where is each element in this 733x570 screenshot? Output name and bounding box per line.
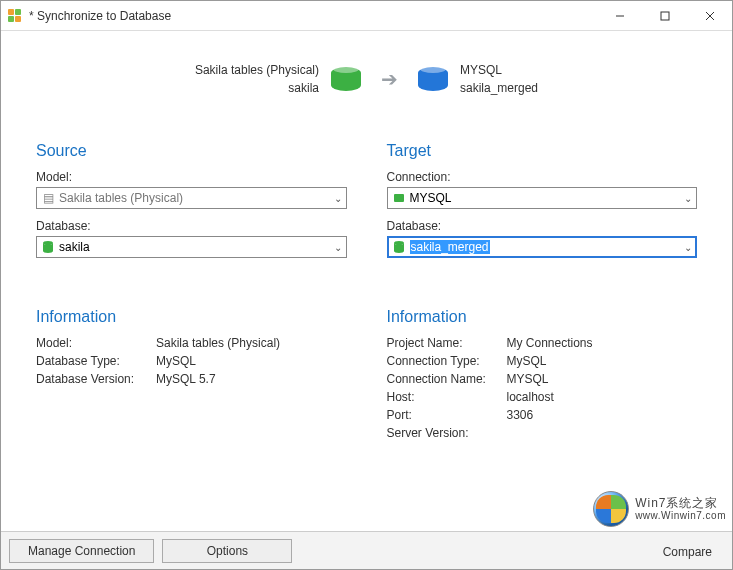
target-title: Target: [387, 142, 698, 160]
info-key: Database Version:: [36, 372, 156, 386]
manage-connection-button[interactable]: Manage Connection: [9, 539, 154, 563]
database-icon: [392, 240, 406, 254]
source-pane: Source Model: ▤ Sakila tables (Physical)…: [36, 142, 347, 440]
info-val: MySQL: [156, 354, 347, 368]
info-key: Connection Name:: [387, 372, 507, 386]
chevron-down-icon: ⌄: [684, 242, 692, 253]
diagram-source-name: Sakila tables (Physical): [195, 61, 319, 79]
connection-icon: [392, 191, 406, 205]
connection-select[interactable]: MYSQL ⌄: [387, 187, 698, 209]
watermark: Win7系统之家 www.Winwin7.com: [593, 491, 726, 527]
target-database-label: Database:: [387, 219, 698, 233]
window-title: * Synchronize to Database: [29, 9, 171, 23]
model-select[interactable]: ▤ Sakila tables (Physical) ⌄: [36, 187, 347, 209]
info-val: [507, 426, 698, 440]
model-label: Model:: [36, 170, 347, 184]
footer: Manage Connection Options Compare: [1, 531, 732, 569]
arrow-right-icon: ➔: [381, 67, 398, 91]
info-val: Sakila tables (Physical): [156, 336, 347, 350]
options-button[interactable]: Options: [162, 539, 292, 563]
database-icon: [41, 240, 55, 254]
compare-button[interactable]: Compare: [663, 545, 712, 559]
info-key: Model:: [36, 336, 156, 350]
source-database-select[interactable]: sakila ⌄: [36, 236, 347, 258]
info-key: Host:: [387, 390, 507, 404]
source-info-title: Information: [36, 308, 347, 326]
info-val: MySQL 5.7: [156, 372, 347, 386]
diagram-target-db: sakila_merged: [460, 79, 538, 97]
info-val: 3306: [507, 408, 698, 422]
info-key: Project Name:: [387, 336, 507, 350]
chevron-down-icon: ⌄: [684, 193, 692, 204]
close-button[interactable]: [687, 1, 732, 31]
chevron-down-icon: ⌄: [334, 242, 342, 253]
info-val: MySQL: [507, 354, 698, 368]
maximize-button[interactable]: [642, 1, 687, 31]
document-icon: ▤: [41, 191, 55, 205]
svg-rect-5: [394, 194, 404, 202]
info-key: Port:: [387, 408, 507, 422]
info-val: localhost: [507, 390, 698, 404]
diagram-source-db: sakila: [195, 79, 319, 97]
info-key: Server Version:: [387, 426, 507, 440]
chevron-down-icon: ⌄: [334, 193, 342, 204]
info-val: My Connections: [507, 336, 698, 350]
sync-diagram: Sakila tables (Physical) sakila ➔ MYSQL …: [36, 61, 697, 97]
windows-orb-icon: [593, 491, 629, 527]
svg-point-4: [43, 241, 53, 245]
target-pane: Target Connection: MYSQL ⌄ Database: sak…: [387, 142, 698, 440]
source-database-label: Database:: [36, 219, 347, 233]
target-info-title: Information: [387, 308, 698, 326]
svg-point-6: [394, 241, 404, 245]
database-icon: [331, 64, 361, 94]
info-val: MYSQL: [507, 372, 698, 386]
titlebar: * Synchronize to Database: [1, 1, 732, 31]
target-database-select[interactable]: sakila_merged ⌄: [387, 236, 698, 258]
svg-rect-1: [661, 12, 669, 20]
database-icon: [418, 64, 448, 94]
connection-label: Connection:: [387, 170, 698, 184]
diagram-target-name: MYSQL: [460, 61, 538, 79]
info-key: Database Type:: [36, 354, 156, 368]
source-title: Source: [36, 142, 347, 160]
minimize-button[interactable]: [597, 1, 642, 31]
info-key: Connection Type:: [387, 354, 507, 368]
app-icon: [7, 8, 23, 24]
